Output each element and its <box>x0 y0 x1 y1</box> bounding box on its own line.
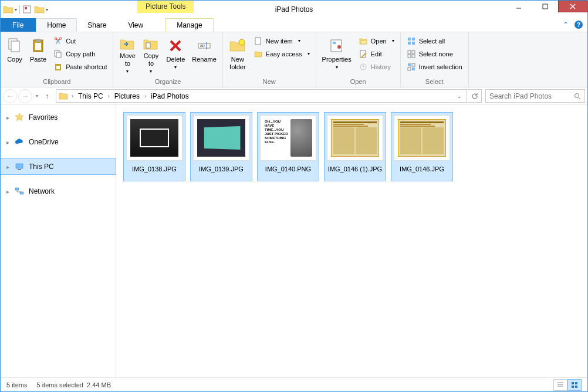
breadcrumb[interactable]: › This PC › Pictures › iPad Photos ⌄ <box>56 89 467 103</box>
file-item[interactable]: OH...YOU HAVE TIME...YOU JUST PICKED SOM… <box>257 112 319 181</box>
group-open-label: Open <box>319 77 398 87</box>
sidebar-onedrive[interactable]: ▸ OneDrive <box>1 134 116 150</box>
easy-access-button[interactable]: Easy access▾ <box>252 48 311 60</box>
svg-rect-36 <box>412 63 415 66</box>
qat-dropdown[interactable]: ▾ <box>15 7 17 12</box>
file-list[interactable]: IMG_0138.JPG IMG_0139.JPG OH...YOU HAVE … <box>116 105 587 377</box>
computer-icon <box>15 162 24 171</box>
svg-rect-7 <box>11 41 19 52</box>
ribbon: Copy Paste ✂️Cut Copy path Paste shortcu… <box>1 32 587 87</box>
sidebar-favorites[interactable]: ▸ Favorites <box>1 110 116 125</box>
cut-button[interactable]: ✂️Cut <box>52 35 108 47</box>
new-folder-icon[interactable] <box>34 5 45 14</box>
svg-rect-29 <box>408 42 411 45</box>
paste-shortcut-button[interactable]: Paste shortcut <box>52 60 108 73</box>
group-clipboard-label: Clipboard <box>3 77 110 87</box>
qat-customize[interactable]: ▾ <box>46 7 48 12</box>
folder-icon <box>59 92 68 101</box>
selection-size: 2.44 MB <box>87 381 111 388</box>
network-icon <box>15 187 24 196</box>
edit-button[interactable]: Edit <box>357 48 396 60</box>
delete-button[interactable]: Delete▾ <box>163 33 188 75</box>
invert-selection-button[interactable]: Invert selection <box>405 60 464 73</box>
copy-to-button[interactable]: Copy to▾ <box>139 33 163 75</box>
svg-rect-42 <box>18 169 21 170</box>
svg-rect-28 <box>412 38 415 40</box>
svg-rect-50 <box>572 386 574 388</box>
svg-rect-51 <box>575 386 577 388</box>
search-input[interactable]: Search iPad Photos <box>485 89 585 103</box>
svg-rect-44 <box>20 192 23 194</box>
recent-locations-dropdown[interactable]: ▾ <box>33 93 40 99</box>
svg-rect-41 <box>16 164 23 168</box>
copy-button[interactable]: Copy <box>3 33 26 75</box>
new-item-button[interactable]: New item▾ <box>252 35 311 47</box>
forward-button[interactable]: → <box>18 89 32 103</box>
up-button[interactable]: ↑ <box>42 92 52 100</box>
details-view-button[interactable] <box>553 379 567 391</box>
svg-rect-23 <box>333 42 336 44</box>
properties-icon[interactable] <box>22 5 33 14</box>
file-item[interactable]: IMG_0146 (1).JPG <box>324 112 386 181</box>
help-icon[interactable]: ? <box>575 21 583 29</box>
breadcrumb-pictures[interactable]: Pictures <box>113 92 141 100</box>
cloud-icon <box>15 137 24 147</box>
svg-rect-31 <box>408 50 411 53</box>
thumbnails-view-button[interactable] <box>567 379 582 391</box>
file-item[interactable]: IMG_0138.JPG <box>123 112 185 181</box>
breadcrumb-dropdown[interactable]: ⌄ <box>455 93 464 99</box>
item-count: 5 items <box>6 381 27 388</box>
select-none-button[interactable]: Select none <box>405 48 464 60</box>
breadcrumb-ipad-photos[interactable]: iPad Photos <box>150 92 190 100</box>
refresh-button[interactable] <box>468 89 482 103</box>
svg-rect-43 <box>15 188 19 190</box>
svg-rect-20 <box>255 38 261 45</box>
svg-rect-38 <box>412 67 415 70</box>
tab-home[interactable]: Home <box>36 18 77 32</box>
breadcrumb-this-pc[interactable]: This PC <box>77 92 104 100</box>
paste-button[interactable]: Paste <box>26 33 50 75</box>
navigation-pane: ▸ Favorites ▸ OneDrive ▸ This PC ▸ Netwo… <box>1 105 116 377</box>
open-button[interactable]: Open▾ <box>357 35 396 47</box>
history-button[interactable]: History <box>357 60 396 73</box>
copy-path-button[interactable]: Copy path <box>52 48 108 60</box>
contextual-tab-label: Picture Tools <box>137 1 194 13</box>
svg-point-22 <box>337 45 341 49</box>
title-bar: ▾ ▾ Picture Tools iPad Photos <box>1 1 587 18</box>
svg-rect-27 <box>408 38 411 40</box>
svg-line-40 <box>579 97 580 99</box>
svg-rect-49 <box>575 382 577 384</box>
back-button[interactable]: ← <box>3 89 17 103</box>
select-all-button[interactable]: Select all <box>405 35 464 47</box>
search-icon <box>574 93 581 100</box>
svg-rect-48 <box>572 382 574 384</box>
properties-button[interactable]: Properties▾ <box>319 33 355 75</box>
file-name: IMG_0140.PNG <box>260 165 316 173</box>
sidebar-this-pc[interactable]: ▸ This PC <box>1 159 116 174</box>
svg-rect-3 <box>543 4 548 9</box>
rename-button[interactable]: ab Rename <box>188 33 220 75</box>
svg-point-19 <box>239 39 245 45</box>
svg-rect-9 <box>36 39 40 42</box>
close-button[interactable] <box>558 1 587 12</box>
tab-file[interactable]: File <box>1 18 36 32</box>
new-folder-button[interactable]: New folder <box>225 33 250 75</box>
group-organize-label: Organize <box>116 77 219 87</box>
folder-icon <box>3 5 13 14</box>
group-select-label: Select <box>403 77 466 87</box>
tab-manage[interactable]: Manage <box>165 18 213 32</box>
file-item[interactable]: IMG_0146.JPG <box>391 112 453 181</box>
maximize-button[interactable] <box>532 1 558 12</box>
sidebar-network[interactable]: ▸ Network <box>1 184 116 199</box>
move-to-button[interactable]: Move to▾ <box>116 33 139 75</box>
minimize-button[interactable] <box>505 1 532 12</box>
tab-view[interactable]: View <box>117 18 154 32</box>
collapse-ribbon-icon[interactable]: ⌃ <box>563 21 569 29</box>
svg-point-39 <box>575 93 579 97</box>
svg-rect-35 <box>408 63 411 66</box>
tab-share[interactable]: Share <box>77 18 117 32</box>
file-name: IMG_0146 (1).JPG <box>327 165 383 173</box>
ribbon-tabs: File Home Share View Manage ⌃ ? <box>1 18 587 32</box>
file-item[interactable]: IMG_0139.JPG <box>190 112 252 181</box>
group-new-label: New <box>225 77 313 87</box>
